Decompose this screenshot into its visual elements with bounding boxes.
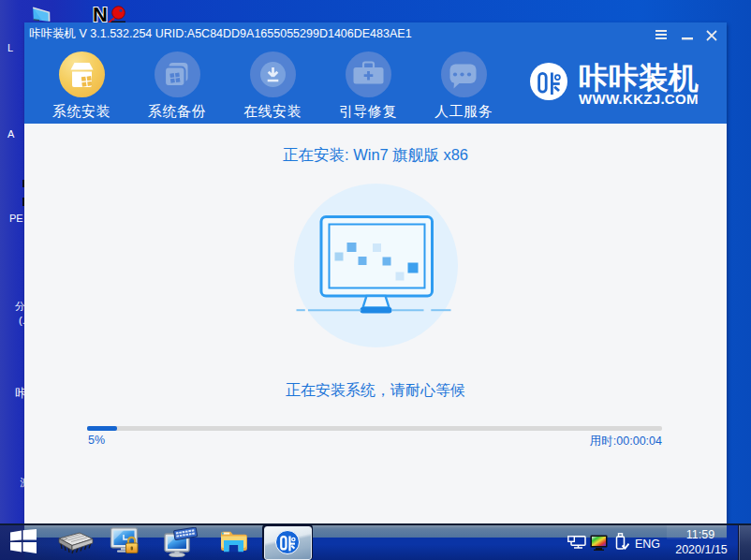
svg-text:N: N bbox=[93, 4, 108, 24]
